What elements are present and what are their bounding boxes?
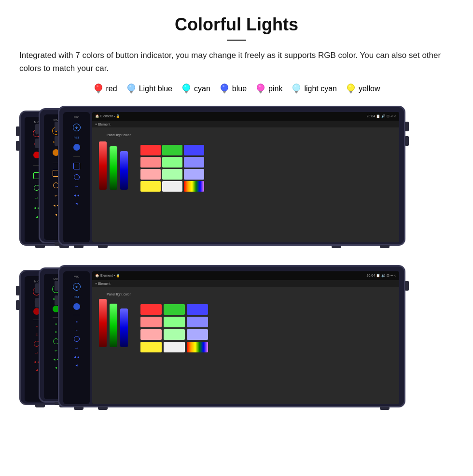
svg-point-19 [223, 85, 224, 87]
color-indicator-row: red Light blue cyan [19, 83, 454, 95]
description-text: Integrated with 7 colors of button indic… [19, 49, 454, 75]
svg-rect-33 [350, 93, 352, 94]
device-unit-3: MIC ⏻ RST ↩ ◄◄ ◄ 🏠 Element ▪ 🔒 20:04 📋 🔊… [58, 106, 405, 246]
svg-point-34 [349, 85, 351, 87]
device-unit-6: MIC ⏻ RST ≡ E ↩ ◄◄ ◄ 🏠 Element ▪ 🔒 20:04… [58, 265, 405, 407]
light-cyan-bulb-icon [291, 83, 302, 95]
light-blue-bulb-icon [126, 83, 137, 95]
color-label-blue: blue [232, 84, 247, 93]
color-item-light-blue: Light blue [126, 83, 172, 95]
blue-bulb-icon [219, 83, 230, 95]
svg-rect-27 [295, 91, 298, 93]
color-item-red: red [93, 83, 117, 95]
color-item-yellow: yellow [346, 83, 380, 95]
pink-bulb-icon [255, 83, 266, 95]
svg-rect-28 [296, 93, 298, 94]
devices-section-bottom: MIC ⏻ RST ≡ E ↩ ◄◄ ◄ 🏠 Element 🔒 20:04 ⊡… [19, 265, 454, 429]
color-label-light-cyan: light cyan [304, 84, 337, 93]
svg-rect-23 [260, 93, 262, 94]
svg-rect-2 [97, 91, 100, 93]
devices-section-top: MIC ⏻ RST ↩ ◄◄ ◄ 🏠 Element ▪ 🔒 20:04 📋 🔊 [19, 106, 454, 255]
color-label-pink: pink [268, 84, 282, 93]
svg-rect-8 [130, 93, 132, 94]
red-bulb-icon [93, 83, 104, 95]
color-label-yellow: yellow [359, 84, 380, 93]
cyan-bulb-icon [181, 83, 192, 95]
svg-point-9 [129, 85, 131, 87]
color-label-light-blue: Light blue [139, 84, 172, 93]
svg-rect-13 [185, 93, 187, 94]
svg-point-24 [259, 85, 261, 87]
svg-point-29 [295, 85, 297, 87]
yellow-bulb-icon [346, 83, 356, 95]
svg-point-4 [97, 85, 98, 87]
svg-rect-12 [185, 91, 188, 93]
svg-rect-3 [97, 93, 99, 94]
color-label-red: red [106, 84, 117, 93]
svg-rect-18 [223, 93, 225, 94]
svg-rect-17 [223, 91, 226, 93]
color-label-cyan: cyan [194, 84, 210, 93]
color-item-blue: blue [219, 83, 247, 95]
page-container: Colorful Lights Integrated with 7 colors… [0, 0, 473, 448]
svg-rect-32 [349, 91, 352, 93]
svg-rect-7 [130, 91, 133, 93]
color-item-cyan: cyan [181, 83, 210, 95]
svg-point-14 [184, 85, 186, 87]
title-divider [227, 40, 246, 41]
title-section: Colorful Lights [19, 14, 454, 41]
svg-rect-22 [259, 91, 262, 93]
page-title: Colorful Lights [19, 14, 454, 35]
color-item-light-cyan: light cyan [291, 83, 337, 95]
color-item-pink: pink [255, 83, 282, 95]
